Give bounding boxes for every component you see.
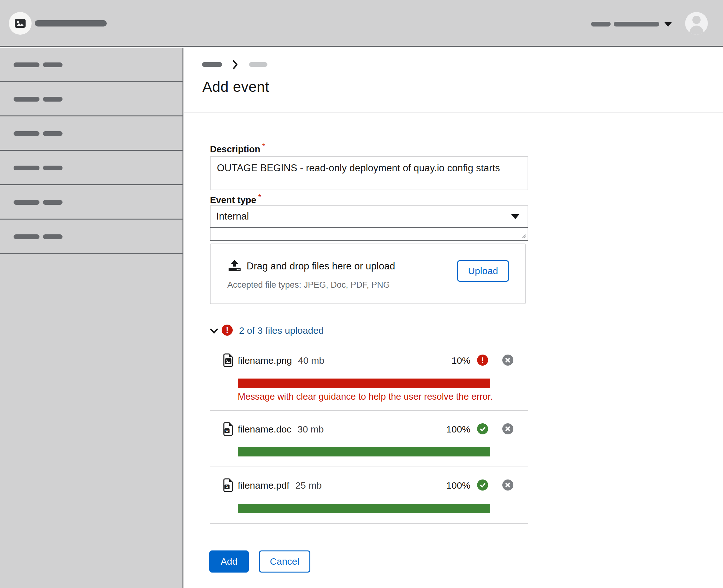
brand-logo bbox=[9, 12, 32, 35]
file-size: 25 mb bbox=[295, 480, 321, 491]
file-name: filename.png bbox=[238, 355, 292, 366]
sidebar-item-3[interactable] bbox=[0, 117, 182, 151]
nav-placeholder-bar bbox=[14, 234, 39, 239]
progress-bar-error bbox=[238, 379, 490, 388]
nav-placeholder-bar bbox=[14, 62, 39, 67]
close-icon[interactable] bbox=[502, 480, 514, 490]
svg-text:λ: λ bbox=[226, 485, 228, 489]
file-row-pdf: λ filename.pdf 25 mb 100% bbox=[210, 477, 528, 493]
check-circle-icon bbox=[477, 423, 488, 434]
chevron-right-icon bbox=[233, 60, 238, 69]
required-asterisk: * bbox=[258, 193, 261, 201]
file-error-message: Message with clear guidance to help the … bbox=[238, 392, 493, 402]
brand-title-placeholder bbox=[35, 20, 107, 26]
sidebar-item-2[interactable] bbox=[0, 82, 182, 117]
nav-placeholder-bar bbox=[14, 166, 39, 170]
sidebar-nav bbox=[0, 48, 183, 588]
dropzone-title: Drag and drop files here or upload bbox=[246, 260, 395, 272]
event-type-select[interactable]: Internal bbox=[210, 205, 528, 228]
resize-grip-icon[interactable] bbox=[520, 232, 527, 239]
file-size: 30 mb bbox=[297, 424, 324, 435]
sidebar-item-1[interactable] bbox=[0, 48, 182, 82]
nav-placeholder-bar bbox=[43, 131, 62, 136]
row-divider bbox=[210, 410, 528, 411]
avatar[interactable] bbox=[685, 12, 708, 35]
row-divider bbox=[210, 466, 528, 467]
file-progress-percent: 100% bbox=[420, 424, 470, 435]
file-progress-percent: 100% bbox=[420, 480, 470, 491]
file-image-icon bbox=[223, 353, 234, 367]
user-menu-placeholder-long[interactable] bbox=[614, 22, 659, 26]
avatar-torso-icon bbox=[689, 25, 703, 35]
image-icon bbox=[15, 19, 25, 28]
user-menu-placeholder-short[interactable] bbox=[591, 22, 610, 26]
upload-status-summary: 2 of 3 files uploaded bbox=[239, 325, 324, 336]
file-progress-percent: 10% bbox=[420, 355, 470, 366]
upload-button[interactable]: Upload bbox=[457, 260, 509, 282]
dropzone-hint: Accepted file types: JPEG, Doc, PDF, PNG bbox=[227, 280, 390, 290]
file-row-doc: w filename.doc 30 mb 100% bbox=[210, 421, 528, 437]
nav-placeholder-bar bbox=[14, 200, 39, 205]
file-name: filename.pdf bbox=[238, 480, 289, 491]
exclamation-circle-icon: ! bbox=[222, 324, 233, 336]
caret-down-icon bbox=[511, 214, 519, 219]
description-label: Description* bbox=[210, 142, 265, 154]
nav-placeholder-bar bbox=[43, 97, 62, 102]
nav-placeholder-bar bbox=[14, 131, 39, 136]
event-type-value: Internal bbox=[216, 211, 249, 222]
page-title: Add event bbox=[202, 78, 269, 95]
file-name: filename.doc bbox=[238, 424, 292, 435]
sidebar-item-5[interactable] bbox=[0, 185, 182, 219]
add-button[interactable]: Add bbox=[209, 550, 249, 572]
required-asterisk: * bbox=[262, 142, 265, 150]
row-divider bbox=[210, 523, 528, 524]
nav-placeholder-bar bbox=[43, 200, 62, 205]
avatar-head-icon bbox=[692, 16, 701, 24]
sidebar-item-4[interactable] bbox=[0, 151, 182, 185]
collapsed-textarea[interactable] bbox=[210, 228, 528, 241]
close-icon[interactable] bbox=[502, 423, 514, 434]
check-circle-icon bbox=[477, 480, 488, 490]
description-input[interactable]: OUTAGE BEGINS - read-only deployment of … bbox=[210, 156, 528, 190]
cancel-button[interactable]: Cancel bbox=[259, 550, 310, 572]
breadcrumb-current-placeholder bbox=[249, 62, 267, 67]
nav-placeholder-bar bbox=[14, 97, 39, 102]
file-pdf-icon: λ bbox=[223, 478, 234, 492]
caret-down-icon[interactable] bbox=[664, 22, 672, 27]
file-upload-dropzone[interactable]: Drag and drop files here or upload Accep… bbox=[210, 244, 526, 304]
upload-status-toggle[interactable]: ! 2 of 3 files uploaded bbox=[210, 324, 528, 337]
nav-placeholder-bar bbox=[43, 62, 62, 67]
upload-icon bbox=[228, 260, 241, 271]
file-row-png: filename.png 40 mb 10% ! bbox=[210, 352, 528, 369]
close-icon[interactable] bbox=[502, 355, 514, 365]
event-type-label: Event type* bbox=[210, 193, 261, 205]
breadcrumb-link-placeholder[interactable] bbox=[202, 62, 222, 67]
nav-placeholder-bar bbox=[43, 234, 62, 239]
progress-bar-success bbox=[238, 504, 490, 513]
file-size: 40 mb bbox=[298, 355, 324, 366]
masthead bbox=[0, 0, 723, 47]
event-type-label-text: Event type bbox=[210, 195, 256, 205]
nav-placeholder-bar bbox=[43, 166, 62, 170]
sidebar-item-6[interactable] bbox=[0, 219, 182, 254]
svg-text:w: w bbox=[225, 429, 228, 433]
description-label-text: Description bbox=[210, 144, 260, 154]
chevron-down-icon[interactable] bbox=[210, 329, 218, 334]
progress-bar-success bbox=[238, 447, 490, 457]
section-divider bbox=[184, 112, 723, 112]
exclamation-circle-icon: ! bbox=[477, 355, 488, 365]
file-word-icon: w bbox=[223, 422, 234, 436]
